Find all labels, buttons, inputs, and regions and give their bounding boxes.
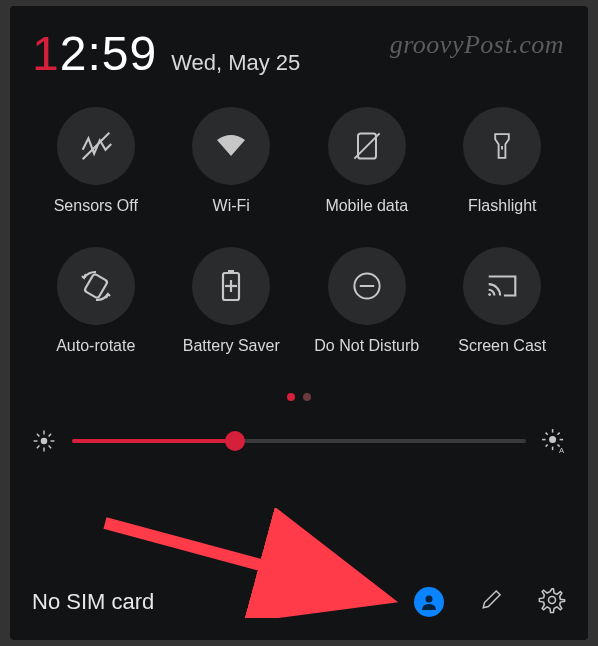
tile-sensors-off[interactable]: Sensors Off	[28, 107, 164, 215]
quick-tiles-grid: Sensors Off Wi-Fi Mobile data	[24, 107, 574, 355]
edit-tiles-button[interactable]	[478, 587, 504, 617]
quick-settings-panel: groovyPost.com 12:59 Wed, May 25 Sensors…	[10, 6, 588, 640]
tile-label: Do Not Disturb	[314, 337, 419, 355]
page-dot-active	[287, 393, 295, 401]
gear-icon	[538, 586, 566, 614]
tile-label: Auto-rotate	[56, 337, 135, 355]
brightness-row: A	[24, 427, 574, 455]
tile-screen-cast[interactable]: Screen Cast	[435, 247, 571, 355]
tile-wifi[interactable]: Wi-Fi	[164, 107, 300, 215]
tile-battery-saver[interactable]: Battery Saver	[164, 247, 300, 355]
brightness-auto-icon[interactable]: A	[540, 427, 568, 455]
svg-point-12	[41, 438, 48, 445]
svg-point-21	[549, 436, 556, 443]
clock-leading-digit: 1	[32, 27, 60, 80]
tile-label: Battery Saver	[183, 337, 280, 355]
tile-label: Wi-Fi	[213, 197, 250, 215]
tile-mobile-data[interactable]: Mobile data	[299, 107, 435, 215]
tile-do-not-disturb[interactable]: Do Not Disturb	[299, 247, 435, 355]
auto-rotate-icon	[57, 247, 135, 325]
sim-status: No SIM card	[32, 589, 414, 615]
tile-flashlight[interactable]: Flashlight	[435, 107, 571, 215]
clock-rest: 2:59	[60, 27, 157, 80]
wifi-icon	[192, 107, 270, 185]
tile-label: Mobile data	[325, 197, 408, 215]
user-icon	[419, 592, 439, 612]
slider-thumb[interactable]	[225, 431, 245, 451]
svg-line-20	[49, 434, 52, 437]
page-indicator	[24, 393, 574, 401]
svg-point-31	[426, 596, 433, 603]
brightness-low-icon[interactable]	[30, 427, 58, 455]
svg-line-29	[558, 433, 560, 435]
svg-text:A: A	[559, 446, 565, 455]
tile-label: Screen Cast	[458, 337, 546, 355]
svg-line-18	[49, 446, 52, 449]
do-not-disturb-icon	[328, 247, 406, 325]
svg-point-32	[549, 597, 556, 604]
footer-icons	[414, 586, 566, 618]
footer-row: No SIM card	[32, 586, 566, 618]
svg-line-17	[37, 434, 40, 437]
svg-line-19	[37, 446, 40, 449]
screen-cast-icon	[463, 247, 541, 325]
svg-rect-4	[84, 273, 108, 298]
page-dot-inactive	[303, 393, 311, 401]
tile-label: Flashlight	[468, 197, 536, 215]
flashlight-icon	[463, 107, 541, 185]
watermark: groovyPost.com	[390, 30, 564, 60]
date[interactable]: Wed, May 25	[171, 50, 300, 76]
pencil-icon	[478, 587, 504, 613]
tile-auto-rotate[interactable]: Auto-rotate	[28, 247, 164, 355]
tile-label: Sensors Off	[54, 197, 138, 215]
brightness-slider[interactable]	[72, 429, 526, 453]
svg-point-11	[488, 293, 491, 296]
clock[interactable]: 12:59	[32, 26, 157, 81]
sensors-off-icon	[57, 107, 135, 185]
user-profile-button[interactable]	[414, 587, 444, 617]
mobile-data-icon	[328, 107, 406, 185]
slider-fill	[72, 439, 235, 443]
svg-line-26	[546, 433, 548, 435]
svg-line-0	[82, 133, 109, 160]
battery-saver-icon	[192, 247, 270, 325]
svg-rect-6	[228, 270, 234, 273]
settings-button[interactable]	[538, 586, 566, 618]
svg-line-28	[546, 445, 548, 447]
